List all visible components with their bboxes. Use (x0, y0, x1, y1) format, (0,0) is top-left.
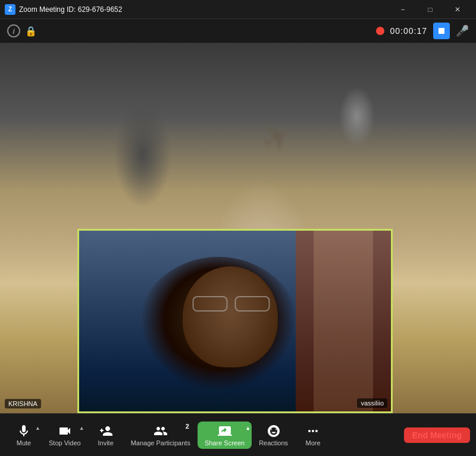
stop-video-button[interactable]: Stop Video ▲ (44, 422, 86, 449)
lock-icon: 🔒 (25, 26, 37, 37)
person-head (183, 266, 278, 367)
close-button[interactable]: ✕ (444, 0, 471, 19)
glasses (193, 296, 270, 311)
header-bar: i 🔒 00:00:17 🎤 (0, 19, 476, 43)
reactions-button[interactable]: Reactions (254, 422, 293, 449)
record-dot (376, 27, 384, 35)
share-screen-icon (218, 424, 232, 438)
more-label: More (306, 439, 321, 446)
maximize-button[interactable]: □ (416, 0, 444, 19)
invite-icon (99, 424, 113, 438)
invite-label: Invite (98, 439, 113, 446)
local-video: vassiliio (77, 229, 393, 413)
share-screen-label: Share Screen (205, 439, 245, 446)
mute-button[interactable]: Mute ▲ (6, 422, 42, 449)
info-icon[interactable]: i (7, 24, 20, 37)
reactions-label: Reactions (259, 439, 288, 446)
video-chevron[interactable]: ▲ (79, 425, 84, 431)
local-name-badge: vassiliio (357, 398, 387, 408)
stop-video-label: Stop Video (49, 439, 81, 446)
header-left: i 🔒 (7, 24, 37, 37)
more-icon (306, 424, 320, 438)
title-text: Zoom Meeting ID: 629-676-9652 (19, 5, 389, 14)
end-meeting-button[interactable]: End Meeting (404, 427, 470, 443)
window-controls: − □ ✕ (389, 0, 471, 19)
manage-participants-label: Manage Participants (131, 439, 190, 446)
room-background-2 (314, 231, 373, 411)
header-mic-icon[interactable]: 🎤 (456, 24, 469, 37)
video-area: KRISHNA vassiliio (0, 43, 476, 413)
stop-recording-button[interactable] (433, 23, 450, 39)
invite-button[interactable]: Invite (88, 422, 124, 449)
mic-icon (17, 424, 31, 438)
share-screen-button[interactable]: Share Screen ▲ (198, 422, 252, 449)
mute-chevron[interactable]: ▲ (35, 425, 40, 431)
zoom-logo: Z (5, 4, 15, 15)
participants-count: 2 (186, 423, 189, 430)
header-right: 00:00:17 🎤 (376, 23, 469, 39)
mute-label: Mute (17, 439, 31, 446)
local-video-feed (79, 231, 391, 411)
toolbar: Mute ▲ Stop Video ▲ Invite 2 Mana (0, 413, 476, 456)
remote-name-badge: KRISHNA (5, 399, 41, 408)
stop-square-icon (439, 28, 444, 34)
title-bar: Z Zoom Meeting ID: 629-676-9652 − □ ✕ (0, 0, 476, 19)
meeting-timer: 00:00:17 (390, 26, 428, 36)
end-meeting-label: End Meeting (412, 430, 462, 440)
camera-icon (58, 424, 72, 438)
participants-icon: 2 (154, 424, 168, 438)
minimize-button[interactable]: − (389, 0, 416, 19)
manage-participants-button[interactable]: 2 Manage Participants (126, 422, 195, 449)
reactions-icon (267, 424, 281, 438)
more-button[interactable]: More (295, 422, 331, 449)
share-chevron[interactable]: ▲ (245, 425, 250, 431)
